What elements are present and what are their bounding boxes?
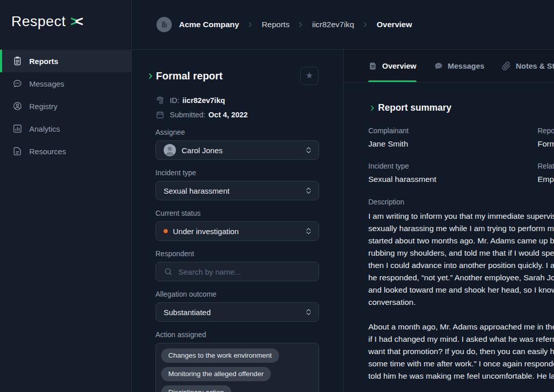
summary-row: Incident type Sexual harassment Relation…	[368, 162, 554, 184]
tab-bar: Overview Messages Notes & Statements	[344, 50, 554, 82]
favorite-star-button[interactable]: ★	[300, 67, 319, 85]
breadcrumb: Acme Company Reports iicr82ev7ikq Overvi…	[156, 17, 412, 32]
respondent-search[interactable]	[155, 262, 319, 281]
report-id-value: iicr82ev7ikq	[183, 96, 225, 105]
sidebar-nav: Reports Messages Registry Analytics Reso…	[0, 50, 131, 162]
description-paragraph: About a month ago, Mr. Adams approached …	[368, 321, 554, 382]
report-id-label: ID:	[170, 96, 180, 105]
report-summary-title: Report summary	[378, 102, 451, 113]
description-line: some time with me after work.” I once ag…	[368, 358, 554, 370]
description-line: he responded, “not yet.” Another employe…	[368, 272, 554, 284]
tab-label: Notes & Statements	[516, 61, 554, 70]
analytics-icon	[12, 123, 23, 134]
sidebar-item-label: Resources	[29, 147, 66, 156]
sidebar-item-resources[interactable]: Resources	[0, 140, 131, 162]
relationship-value: Employee	[538, 175, 554, 184]
sidebar-item-analytics[interactable]: Analytics	[0, 117, 131, 140]
report-type-label: Report type	[538, 127, 554, 135]
allegation-outcome-select[interactable]: Substantiated	[155, 302, 319, 322]
submitted-label: Submitted:	[170, 111, 205, 119]
tab-overview[interactable]: Overview	[368, 50, 417, 82]
incident-type-label: Incident type	[368, 162, 538, 170]
select-updown-icon	[304, 187, 313, 195]
resources-icon	[12, 146, 23, 156]
select-updown-icon	[304, 227, 313, 236]
select-updown-icon	[304, 146, 313, 155]
select-updown-icon	[304, 308, 313, 317]
tab-label: Overview	[382, 61, 417, 70]
assignee-select[interactable]: Carol Jones	[155, 140, 319, 160]
sidebar-item-registry[interactable]: Registry	[0, 95, 131, 117]
collapse-chevron-icon[interactable]	[146, 72, 155, 80]
report-detail-panel: Formal report ★ ID: iicr82ev7ikq Submitt…	[132, 50, 344, 392]
incident-type-value: Sexual harassment	[368, 175, 538, 184]
breadcrumb-reports[interactable]: Reports	[262, 20, 289, 29]
allegation-outcome-value: Substantiated	[164, 308, 211, 317]
assignee-value: Carol Jones	[182, 146, 223, 155]
logo-x-icon: ><	[70, 13, 84, 30]
incident-type-value: Sexual harassment	[164, 187, 229, 195]
submitted-value: Oct 4, 2022	[208, 111, 248, 119]
current-status-select[interactable]: Under investigation	[155, 221, 319, 241]
sidebar: Respect >< Reports Messages Registry	[0, 0, 132, 392]
action-chip[interactable]: Disciplinary action	[161, 385, 231, 392]
assignee-avatar	[164, 144, 176, 156]
sidebar-item-reports[interactable]: Reports	[0, 50, 131, 72]
description-line: want that promotion? If you do, then you…	[368, 345, 554, 358]
report-type-value: Formal	[538, 139, 554, 149]
search-icon	[164, 267, 173, 276]
description-line: then I could advance into another positi…	[368, 259, 554, 272]
chevron-right-icon	[246, 20, 254, 29]
incident-type-select[interactable]: Sexual harassment	[155, 181, 319, 200]
description-line: told him he was making me feel uncomfort…	[368, 370, 554, 382]
overview-panel: Overview Messages Notes & Statements Rep…	[344, 50, 554, 392]
action-assigned-label: Action assigned	[155, 331, 319, 339]
respondent-search-input[interactable]	[179, 267, 299, 276]
action-chip[interactable]: Changes to the work environment	[161, 348, 279, 363]
report-title: Formal report	[156, 70, 223, 82]
action-chip[interactable]: Monitoring the alleged offender	[161, 367, 271, 381]
complainant-value: Jane Smith	[368, 139, 538, 149]
current-status-value: Under investigation	[173, 227, 239, 236]
collapse-chevron-icon[interactable]	[368, 104, 377, 112]
reports-icon	[12, 56, 23, 66]
sidebar-item-label: Analytics	[29, 125, 60, 133]
chat-bubble-icon	[434, 61, 443, 71]
app-logo[interactable]: Respect ><	[11, 13, 84, 30]
description-line: started about two months ago. Mr. Adams …	[368, 235, 554, 247]
action-assigned-multiselect[interactable]: Changes to the work environment Monitori…	[155, 343, 319, 392]
description-paragraph: I am writing to inform you that my immed…	[368, 210, 554, 308]
description-line: I am writing to inform you that my immed…	[368, 210, 554, 222]
document-icon	[368, 61, 378, 71]
company-building-icon	[156, 17, 172, 32]
description-line: sexually harassing me while I am trying …	[368, 222, 554, 235]
description-line: rubbing my shoulders, and told me that i…	[368, 247, 554, 259]
tab-messages[interactable]: Messages	[434, 50, 485, 82]
logo-text: Respect	[11, 13, 66, 30]
description-label: Description	[368, 198, 554, 206]
breadcrumb-report-id[interactable]: iicr82ev7ikq	[312, 20, 354, 29]
messages-icon	[12, 78, 23, 89]
assignee-label: Assignee	[155, 128, 319, 136]
tab-notes-statements[interactable]: Notes & Statements	[502, 50, 554, 82]
sidebar-item-messages[interactable]: Messages	[0, 72, 131, 95]
respondent-label: Respondent	[155, 250, 319, 258]
tab-label: Messages	[448, 61, 485, 70]
chevron-right-icon	[361, 20, 369, 29]
allegation-outcome-label: Allegation outcome	[155, 290, 319, 298]
sidebar-item-label: Reports	[29, 57, 58, 66]
description-line: if I had changed my mind. I asked what h…	[368, 333, 554, 345]
description-line: About a month ago, Mr. Adams approached …	[368, 321, 554, 333]
current-status-label: Current status	[155, 209, 319, 217]
breadcrumb-company[interactable]: Acme Company	[179, 20, 239, 29]
summary-row: Complainant Jane Smith Report type Forma…	[368, 127, 554, 149]
relationship-label: Relationship	[538, 162, 554, 170]
paperclip-icon	[502, 61, 511, 71]
fingerprint-icon	[155, 96, 165, 105]
complainant-label: Complainant	[368, 127, 538, 135]
incident-type-label: Incident type	[155, 169, 319, 177]
registry-icon	[12, 101, 23, 111]
chevron-right-icon	[296, 20, 305, 29]
sidebar-item-label: Registry	[29, 102, 57, 111]
breadcrumb-overview[interactable]: Overview	[377, 20, 412, 29]
